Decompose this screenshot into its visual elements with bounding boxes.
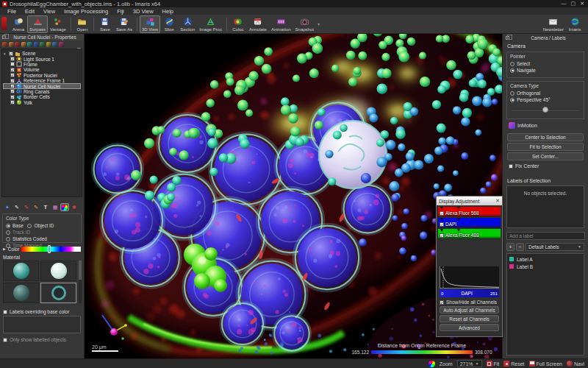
toolbar-save[interactable]: Save <box>96 15 114 33</box>
tree-item-ring-canals[interactable]: ✓Ring Canals <box>3 89 81 94</box>
tree-checkbox[interactable]: ✓ <box>10 79 15 83</box>
tree-item-scene[interactable]: ▾✓Scene <box>3 51 81 56</box>
gradient-marker[interactable] <box>440 207 443 210</box>
center-to-selection-button[interactable]: Center to Selection <box>507 133 584 141</box>
menu-help[interactable]: Help <box>158 8 178 15</box>
toolbar-open[interactable]: Open <box>74 15 91 33</box>
pointer-navigate[interactable]: Navigate <box>510 67 581 74</box>
toolbar-arena[interactable]: Arena <box>10 15 27 33</box>
material-swatch-4[interactable] <box>40 283 76 303</box>
tree-checkbox[interactable]: ✓ <box>10 57 15 61</box>
label-group-dropdown[interactable]: Default Labels ▼ <box>526 243 584 251</box>
tree-checkbox[interactable]: ✓ <box>9 52 13 56</box>
properties-tab-6[interactable]: ▦ <box>51 203 60 211</box>
colortype-track-id[interactable]: Track ID <box>6 229 30 236</box>
pointer-select[interactable]: Select <box>510 60 581 67</box>
menu-image-processing[interactable]: Image Processing <box>60 8 112 15</box>
tree-item-reference-frame-1[interactable]: ✓Reference Frame 1 <box>3 78 81 83</box>
slider-thumb[interactable] <box>542 107 548 113</box>
properties-tab-4[interactable]: ✎ <box>32 203 40 211</box>
tree-checkbox[interactable]: ✓ <box>10 84 15 88</box>
tree-item-nurse-cell-nuclei[interactable]: ✓Nurse Cell Nuclei <box>3 83 81 88</box>
labels-overriding-row[interactable]: ✓ Labels overriding base color <box>3 309 69 314</box>
color-wheel-icon[interactable] <box>429 361 435 367</box>
tree-item-volume[interactable]: ✓Volume <box>3 67 81 72</box>
channel-alexa-fluor-568[interactable]: ✓Alexa Fluor 568 <box>438 207 501 217</box>
add-label-group-button[interactable]: + <box>506 243 514 251</box>
tree-checkbox[interactable]: ✓ <box>10 89 15 93</box>
toolbar-animation[interactable]: Animation <box>269 15 293 33</box>
radio-icon[interactable] <box>6 237 10 241</box>
colortype-base[interactable]: Base <box>6 222 24 229</box>
toolbar-snapshot[interactable]: Snapshot <box>293 15 316 33</box>
radio-icon[interactable] <box>510 62 514 66</box>
toolbar-image-proc[interactable]: Image Proc <box>197 15 224 33</box>
fit-to-selection-button[interactable]: Fit to Selection <box>507 143 584 151</box>
reset-all-channels-button[interactable]: Reset all Channels <box>440 315 499 322</box>
create-object-icon-7[interactable] <box>40 42 45 47</box>
radio-icon[interactable] <box>510 98 514 102</box>
toolbar-surpass[interactable]: Surpass <box>27 15 48 33</box>
toolbar-coloc[interactable]: Coloc <box>229 15 247 33</box>
toolbar-vantage[interactable]: Vantage <box>48 15 68 33</box>
show-hide-channels-row[interactable]: ✓ Show/Hide all Channels <box>440 300 499 305</box>
create-object-icon-8[interactable] <box>46 42 51 47</box>
panel-splitter[interactable]: ⋯ <box>0 199 84 202</box>
create-object-icon-6[interactable] <box>34 42 39 47</box>
histogram[interactable] <box>440 266 499 289</box>
toolbar-overflow-chevron[interactable]: ▾ <box>318 21 320 26</box>
create-object-icon-2[interactable] <box>9 42 14 47</box>
tree-checkbox[interactable]: ✓ <box>10 95 15 99</box>
tree-item-frame[interactable]: ✓Frame <box>3 62 81 67</box>
create-object-icon-1[interactable] <box>2 42 7 47</box>
set-center--button[interactable]: Set Center... <box>507 152 584 160</box>
material-swatch-2[interactable] <box>40 261 76 281</box>
properties-tab-1[interactable]: ✦ <box>3 203 12 211</box>
menu-file[interactable]: File <box>3 8 21 15</box>
arena-edge-icon[interactable] <box>1 17 7 30</box>
color-gradient-slider[interactable] <box>21 247 81 252</box>
toolbar-save-as[interactable]: Save As <box>114 15 135 33</box>
toolbar-slice[interactable]: Slice <box>160 15 178 33</box>
toolbar-newsletter[interactable]: Newsletter <box>541 15 566 33</box>
radio-icon[interactable] <box>27 224 32 228</box>
labels-overriding-checkbox[interactable]: ✓ <box>3 310 7 314</box>
create-object-icon-9[interactable] <box>52 42 57 47</box>
fix-center-checkbox[interactable]: ✓ <box>509 164 513 169</box>
label-item-label-b[interactable]: Label B <box>509 263 581 270</box>
toolbar-section[interactable]: Section <box>178 15 197 33</box>
toolbar-annotate[interactable]: Annotate <box>247 15 269 33</box>
radio-icon[interactable] <box>510 68 514 73</box>
fix-center-row[interactable]: ✓ Fix Center <box>509 163 539 169</box>
close-icon[interactable]: ✕ <box>495 198 500 204</box>
properties-tab-3[interactable]: ✎ <box>22 203 31 211</box>
tree-checkbox[interactable]: ✓ <box>10 100 15 105</box>
create-object-icon-4[interactable] <box>21 42 26 47</box>
tree-checkbox[interactable]: ✓ <box>10 73 15 77</box>
toolbar-3d-view[interactable]: 3D View <box>140 15 160 33</box>
color-slider-handle[interactable] <box>48 245 51 253</box>
maximize-button[interactable]: ▢ <box>571 1 576 7</box>
zoom-select[interactable]: 271% ▼ <box>457 360 482 367</box>
tree-item-border-cells[interactable]: ✓Border Cells <box>3 94 81 99</box>
channel-checkbox[interactable]: ✓ <box>440 211 444 216</box>
properties-tab-7[interactable] <box>60 203 69 211</box>
tree-item-light-source-1[interactable]: ✓Light Source 1 <box>3 56 81 61</box>
colortype-object-id[interactable]: Object ID <box>27 222 54 229</box>
undock-icon[interactable] <box>2 35 6 39</box>
gradient-marker[interactable] <box>440 229 443 232</box>
material-swatch-3[interactable] <box>3 283 39 303</box>
add-label-input[interactable] <box>506 232 585 240</box>
inmotion-toggle[interactable]: InMotion <box>509 122 537 129</box>
display-adjustment-titlebar[interactable]: Display Adjustment ✕ <box>437 197 502 205</box>
gradient-marker[interactable] <box>440 218 443 221</box>
tree-checkbox[interactable]: ✓ <box>10 62 15 66</box>
menu-view[interactable]: View <box>39 8 60 15</box>
delete-object-icon[interactable] <box>76 42 82 47</box>
menu-fiji[interactable]: Fiji <box>112 8 129 15</box>
create-object-icon-5[interactable] <box>27 42 32 47</box>
channel-dapi[interactable]: ✓DAPI <box>438 218 501 228</box>
gradient-marker[interactable] <box>457 207 460 210</box>
radio-icon[interactable] <box>510 91 514 96</box>
only-labelled-row[interactable]: ✓ Only show labelled objects <box>3 337 66 342</box>
